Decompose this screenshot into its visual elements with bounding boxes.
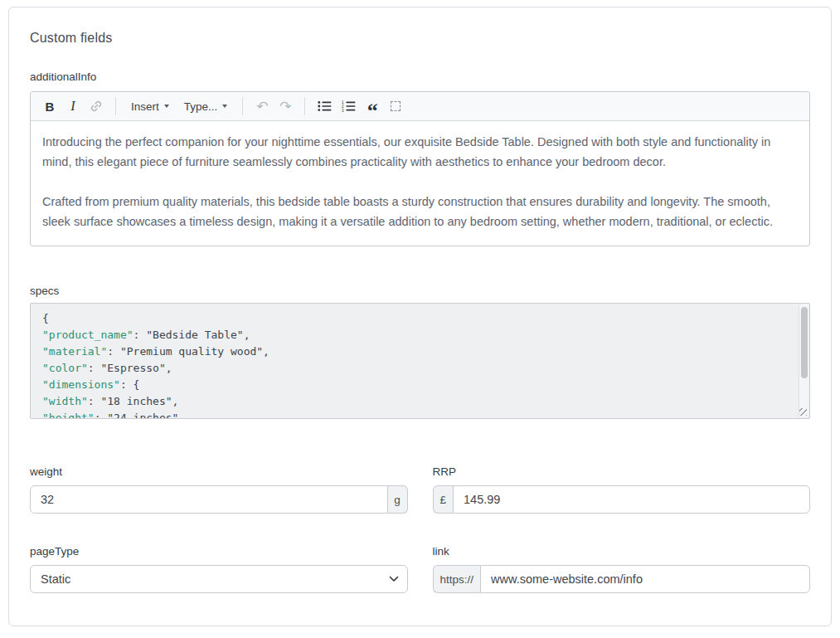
undo-button[interactable]: ↶ <box>251 95 273 117</box>
redo-icon: ↷ <box>279 100 291 114</box>
insert-dropdown[interactable]: Insert <box>124 95 176 117</box>
insert-dropdown-label: Insert <box>131 100 159 113</box>
chevron-down-icon <box>164 105 169 108</box>
ordered-list-button[interactable]: 1 2 3 <box>337 95 360 117</box>
blockquote-icon: “ <box>367 107 378 115</box>
protocol-addon: https:// <box>433 565 481 593</box>
bold-button[interactable]: B <box>39 95 61 117</box>
undo-icon: ↶ <box>256 100 268 114</box>
specs-code-line: "material": "Premium quality wood", <box>42 343 786 360</box>
scrollbar-track[interactable] <box>799 304 808 417</box>
svg-text:3: 3 <box>342 109 344 112</box>
specs-code: { "product_name": "Bedside Table", "mate… <box>42 310 786 419</box>
blockquote-button[interactable]: “ <box>362 95 383 117</box>
specs-label: specs <box>30 285 810 298</box>
rrp-label: RRP <box>433 465 811 479</box>
rrp-input[interactable] <box>453 485 810 514</box>
weight-label: weight <box>30 465 408 479</box>
link-button[interactable] <box>85 95 107 117</box>
link-field-group: link https:// <box>433 545 811 593</box>
bullet-list-icon <box>318 100 332 112</box>
dashed-square-icon <box>391 101 401 111</box>
currency-addon: £ <box>433 485 454 514</box>
pagetype-label: pageType <box>30 545 408 558</box>
editor-paragraph: Introducing the perfect companion for yo… <box>42 132 798 172</box>
editor-toolbar: B I Insert Type... <box>31 92 809 121</box>
scrollbar-thumb[interactable] <box>801 307 808 378</box>
type-dropdown[interactable]: Type... <box>177 95 235 117</box>
weight-field-group: weight g <box>30 465 408 514</box>
editor-content[interactable]: Introducing the perfect companion for yo… <box>31 121 809 246</box>
type-dropdown-label: Type... <box>184 100 218 113</box>
pagetype-select[interactable]: Static <box>30 565 408 593</box>
page-title: Custom fields <box>30 31 810 46</box>
specs-code-line: "dimensions": { <box>42 377 786 393</box>
redo-button[interactable]: ↷ <box>274 95 296 117</box>
row-weight-rrp: weight g RRP £ <box>30 465 810 514</box>
weight-control: g <box>30 485 408 514</box>
specs-code-line: { <box>42 310 786 327</box>
italic-button[interactable]: I <box>62 95 84 117</box>
specs-code-line: "product_name": "Bedside Table", <box>42 327 786 343</box>
pagetype-select-wrap: Static <box>30 565 408 593</box>
link-control: https:// <box>433 565 811 593</box>
rich-text-editor: B I Insert Type... <box>30 91 810 246</box>
rrp-field-group: RRP £ <box>433 465 811 514</box>
specs-code-line: "width": "18 inches", <box>42 393 786 410</box>
editor-paragraph: Crafted from premium quality materials, … <box>42 192 798 231</box>
pagetype-field-group: pageType Static <box>30 545 408 593</box>
custom-fields-card: Custom fields additionalInfo B I Insert <box>8 7 832 626</box>
toolbar-divider <box>242 97 243 115</box>
additional-info-label: additionalInfo <box>30 71 810 84</box>
horizontal-rule-button[interactable] <box>385 95 406 117</box>
toolbar-divider <box>304 97 305 115</box>
weight-input[interactable] <box>30 485 388 514</box>
specs-code-line: "height": "24 inches", <box>42 410 786 419</box>
toolbar-divider <box>115 97 116 115</box>
link-input[interactable] <box>480 565 810 593</box>
rrp-control: £ <box>433 485 811 514</box>
bullet-list-button[interactable] <box>313 95 336 117</box>
resize-grip-icon[interactable] <box>799 408 807 416</box>
link-icon <box>90 100 103 113</box>
row-pagetype-link: pageType Static link https:// <box>30 545 810 593</box>
ordered-list-icon: 1 2 3 <box>342 100 356 112</box>
link-label: link <box>433 545 811 558</box>
specs-code-line: "color": "Espresso", <box>42 360 786 377</box>
specs-textarea[interactable]: { "product_name": "Bedside Table", "mate… <box>30 303 810 419</box>
chevron-down-icon <box>222 105 227 108</box>
weight-unit-addon: g <box>388 485 408 514</box>
